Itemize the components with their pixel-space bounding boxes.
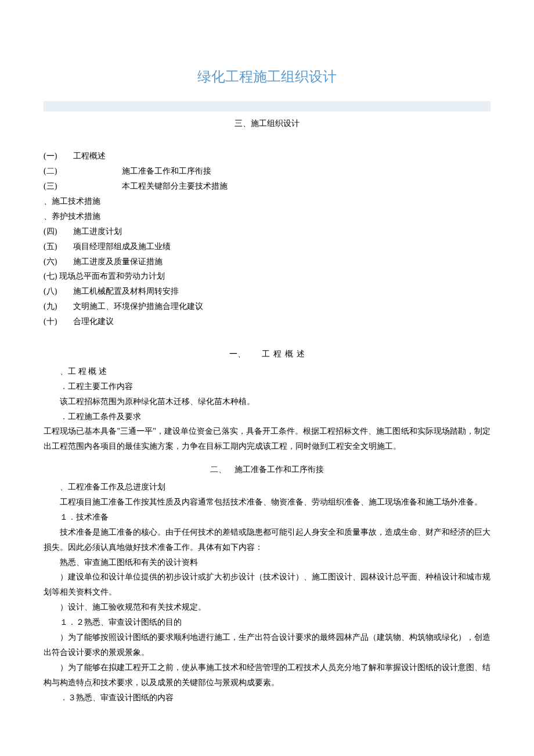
body-text: ）为了能够在拟建工程开工之前，使从事施工技术和经营管理的工程技术人员充分地了解和… xyxy=(44,660,490,690)
body-text: ．工程主要工作内容 xyxy=(44,379,490,394)
toc-item: (二) 施工准备工作和工序衔接 xyxy=(44,164,490,179)
toc-item: 、施工技术措施 xyxy=(44,194,490,209)
body-text: 、工程准备工作及总进度计划 xyxy=(44,480,490,495)
toc-item: (三) 本工程关键部分主要技术措施 xyxy=(44,179,490,194)
toc-item: (六) 施工进度及质量保证措施 xyxy=(44,254,490,269)
toc-item: (五) 项目经理部组成及施工业绩 xyxy=(44,239,490,254)
accent-bar xyxy=(44,101,490,111)
toc-item: (四) 施工进度计划 xyxy=(44,224,490,239)
body-text: 该工程招标范围为原种绿化苗木迁移、绿化苗木种植。 xyxy=(44,394,490,409)
body-text: 熟悉、审查施工图纸和有关的设计资料 xyxy=(44,555,490,570)
toc-item: (一) 工程概述 xyxy=(44,149,490,164)
toc-item: (八) 施工机械配置及材料周转安排 xyxy=(44,284,490,299)
body-text: 技术准备是施工准备的核心。由于任何技术的差错或隐患都可能引起人身安全和质量事故，… xyxy=(44,525,490,555)
body-text: ．３熟悉、审查设计图纸的内容 xyxy=(44,690,490,705)
body-text: 、工 程 概 述 xyxy=(44,364,490,379)
section-2-heading: 二、 施工准备工作和工序衔接 xyxy=(44,462,490,477)
body-text: １．技术准备 xyxy=(44,510,490,525)
body-text: ．工程施工条件及要求 xyxy=(44,409,490,424)
toc-item: (十) 合理化建议 xyxy=(44,314,490,329)
body-text: 工程现场已基本具备"三通一平"，建设单位资金已落实，具备开工条件。根据工程招标文… xyxy=(44,424,490,454)
doc-heading: 三、施工组织设计 xyxy=(44,116,490,131)
body-text: ）为了能够按照设计图纸的要求顺利地进行施工，生产出符合设计要求的最终园林产品（建… xyxy=(44,630,490,660)
toc-item: 、养护技术措施 xyxy=(44,209,490,224)
section-1-heading: 一、 工 程 概 述 xyxy=(44,347,490,362)
body-text: １．２熟悉、审查设计图纸的目的 xyxy=(44,615,490,630)
toc-item: (七) 现场总平面布置和劳动力计划 xyxy=(44,269,490,284)
body-text: ）建设单位和设计单位提供的初步设计或扩大初步设计（技术设计）、施工图设计、园林设… xyxy=(44,570,490,600)
body-text: ）设计、施工验收规范和有关技术规定。 xyxy=(44,600,490,615)
table-of-contents: (一) 工程概述 (二) 施工准备工作和工序衔接 (三) 本工程关键部分主要技术… xyxy=(44,149,490,329)
page-title: 绿化工程施工组织设计 xyxy=(44,64,490,89)
body-text: 工程项目施工准备工作按其性质及内容通常包括技术准备、物资准备、劳动组织准备、施工… xyxy=(44,495,490,510)
toc-item: (九) 文明施工、环境保护措施合理化建议 xyxy=(44,299,490,314)
